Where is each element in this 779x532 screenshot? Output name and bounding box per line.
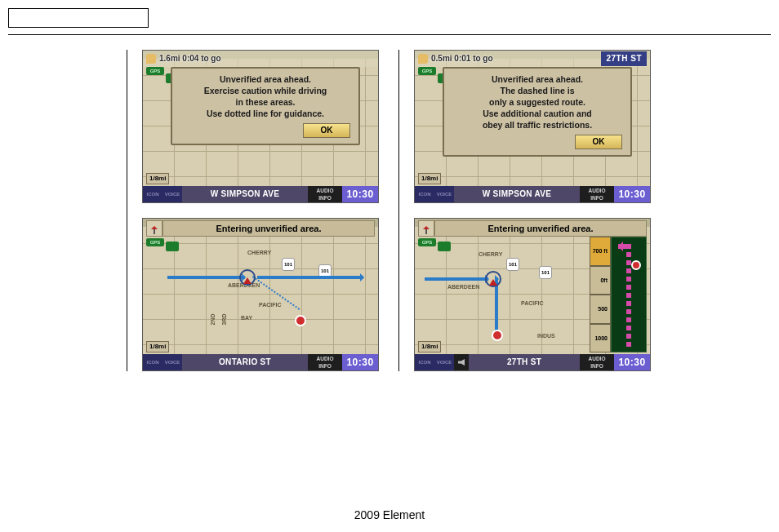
compass-icon[interactable]: [418, 220, 434, 237]
current-street: 27TH ST: [469, 354, 580, 370]
current-street: W SIMPSON AVE: [182, 186, 308, 202]
distance-step: 700 ft: [590, 237, 611, 266]
nav-screen-top-right: GPS 0.5mi 0:01 to go 27TH ST Unverified …: [414, 50, 651, 203]
street-label: INDUS: [537, 333, 555, 339]
gps-indicator: GPS: [146, 67, 164, 75]
clock: 10:30: [342, 354, 378, 370]
gps-indicator: GPS: [418, 238, 436, 246]
map-scale: 1/8mi: [418, 341, 441, 352]
right-column: GPS 0.5mi 0:01 to go 27TH ST Unverified …: [398, 50, 652, 371]
status-banner: Entering unverified area.: [434, 220, 647, 237]
voice-toggle[interactable]: VOICE: [162, 186, 182, 202]
street-label: BAY: [241, 315, 252, 321]
dialog-line: The dashed line is: [447, 85, 627, 96]
info-label: INFO: [308, 362, 342, 370]
audio-label: AUDIO: [580, 355, 614, 362]
audio-info-button[interactable]: AUDIO INFO: [308, 186, 342, 202]
highway-shield: 101: [506, 258, 519, 271]
top-status-strip: 1.6mi 0:04 to go: [143, 51, 378, 67]
nav-screen-top-left: GPS 1.6mi 0:04 to go Unverified area ahe…: [142, 50, 379, 203]
audio-label: AUDIO: [308, 187, 342, 194]
distance-readout: 1.6mi 0:04 to go: [159, 55, 221, 63]
bottom-left-buttons[interactable]: ICON VOICE: [415, 354, 454, 370]
turn-line-icon: [626, 244, 631, 347]
turn-preview: [611, 237, 647, 352]
dialog-line: obey all traffic restrictions.: [447, 119, 627, 131]
audio-label: AUDIO: [308, 355, 342, 362]
distance-step: 1000: [590, 324, 611, 353]
route-line: [257, 276, 363, 279]
bottom-bar: ICON VOICE 27TH ST AUDIO INFO 10:30: [415, 354, 650, 370]
bottom-bar: ICON VOICE W SIMPSON AVE AUDIO INFO 10:3…: [415, 186, 650, 202]
highway-shield: 101: [539, 266, 552, 279]
destination-icon: [295, 315, 306, 326]
bottom-left-buttons[interactable]: ICON VOICE: [143, 354, 182, 370]
distance-column: 700 ft 0ft 500 1000: [590, 237, 611, 352]
audio-info-button[interactable]: AUDIO INFO: [308, 354, 342, 370]
map-scale: 1/8mi: [146, 173, 169, 184]
map-scale: 1/8mi: [146, 341, 169, 352]
info-label: INFO: [308, 194, 342, 202]
dialog-line: Use dotted line for guidance.: [176, 108, 355, 119]
dialog-line: Exercise caution while driving: [176, 85, 355, 96]
voice-toggle[interactable]: VOICE: [162, 354, 182, 370]
turn-guidance: 700 ft 0ft 500 1000: [590, 237, 647, 352]
dialog-line: Use additional caution and: [447, 108, 627, 119]
next-street-sign: 27TH ST: [601, 51, 647, 66]
voice-toggle[interactable]: VOICE: [434, 186, 454, 202]
vehicle-marker-icon: [239, 269, 256, 286]
header-box: [8, 8, 149, 28]
content-columns: GPS 1.6mi 0:04 to go Unverified area ahe…: [8, 50, 771, 371]
hand-icon: [146, 54, 156, 64]
ok-button[interactable]: OK: [303, 123, 350, 138]
icon-toggle[interactable]: ICON: [143, 186, 162, 202]
document-page: GPS 1.6mi 0:04 to go Unverified area ahe…: [0, 0, 779, 532]
map-scale: 1/8mi: [418, 173, 441, 184]
left-column: GPS 1.6mi 0:04 to go Unverified area ahe…: [127, 50, 381, 371]
street-label: PACIFIC: [521, 300, 543, 306]
map-background: [143, 219, 378, 370]
turn-destination-icon: [631, 260, 641, 270]
dialog-line: in these areas.: [176, 96, 355, 108]
street-label: ABERDEEN: [447, 284, 479, 290]
nav-screen-bottom-left: Entering unverified area. GPS CHERRY ABE…: [142, 218, 379, 371]
ok-button[interactable]: OK: [575, 135, 622, 149]
route-line: [167, 276, 245, 279]
distance-step: 0ft: [590, 266, 611, 295]
clock: 10:30: [614, 354, 650, 370]
icon-toggle[interactable]: ICON: [415, 186, 434, 202]
bottom-bar: ICON VOICE ONTARIO ST AUDIO INFO 10:30: [143, 354, 378, 370]
status-banner: Entering unverified area.: [162, 220, 375, 237]
dialog-line: only a suggested route.: [447, 96, 627, 108]
voice-toggle[interactable]: VOICE: [434, 354, 454, 370]
hand-icon: [418, 54, 428, 64]
audio-info-button[interactable]: AUDIO INFO: [580, 354, 614, 370]
route-line: [425, 277, 488, 281]
alert-dialog: Unverified area ahead. The dashed line i…: [443, 67, 632, 157]
nav-screen-bottom-right: Entering unverified area. GPS CHERRY ABE…: [414, 218, 651, 371]
horizontal-rule: [8, 34, 771, 35]
current-street: W SIMPSON AVE: [454, 186, 580, 202]
street-label: PACIFIC: [259, 302, 281, 308]
highway-shield: 101: [282, 258, 295, 271]
audio-info-button[interactable]: AUDIO INFO: [580, 186, 614, 202]
distance-readout: 0.5mi 0:01 to go: [431, 55, 493, 63]
street-label: 2ND: [210, 313, 216, 325]
bottom-left-buttons[interactable]: ICON VOICE: [415, 186, 454, 202]
street-label: CHERRY: [247, 250, 271, 255]
sound-icon[interactable]: [454, 354, 469, 370]
destination-icon: [492, 330, 503, 341]
info-label: INFO: [580, 194, 614, 202]
audio-label: AUDIO: [580, 187, 614, 194]
alert-dialog: Unverified area ahead. Exercise caution …: [171, 67, 360, 145]
distance-step: 500: [590, 295, 611, 324]
dialog-line: Unverified area ahead.: [447, 73, 627, 85]
icon-toggle[interactable]: ICON: [415, 354, 434, 370]
compass-icon[interactable]: [146, 220, 162, 237]
icon-toggle[interactable]: ICON: [143, 354, 162, 370]
current-street: ONTARIO ST: [182, 354, 308, 370]
street-label: 3RD: [221, 313, 227, 325]
bottom-left-buttons[interactable]: ICON VOICE: [143, 186, 182, 202]
page-footer: 2009 Element: [0, 509, 779, 521]
vehicle-marker-icon: [485, 271, 501, 287]
